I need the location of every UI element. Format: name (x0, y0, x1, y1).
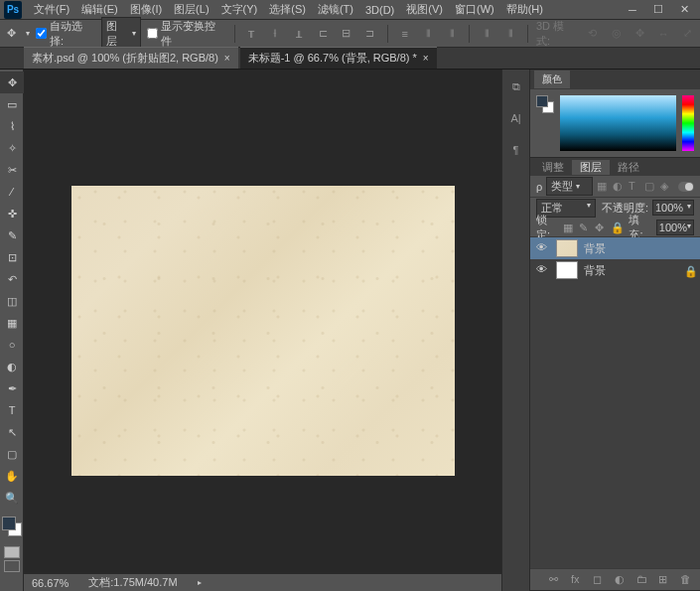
align-hcenter-icon[interactable]: ⊟ (338, 25, 355, 43)
color-swatches[interactable] (0, 515, 24, 538)
auto-select-checkbox[interactable] (36, 28, 47, 39)
delete-layer-icon[interactable]: 🗑 (680, 573, 694, 587)
3d-roll-icon[interactable]: ◎ (608, 25, 626, 43)
show-transform-checkbox[interactable] (147, 28, 158, 39)
minimize-button[interactable]: ─ (627, 4, 638, 16)
brush-tool[interactable]: ✎ (0, 224, 24, 246)
distribute-icon-5[interactable]: ⫴ (501, 25, 519, 43)
layer-row-2[interactable]: 👁 背景 🔒 (530, 259, 700, 281)
new-group-icon[interactable]: 🗀 (636, 573, 650, 587)
filter-type-icon[interactable]: T (629, 180, 642, 194)
layer-thumb-2[interactable] (556, 261, 578, 279)
filter-shape-icon[interactable]: ▢ (644, 180, 658, 194)
rectangle-tool[interactable]: ▢ (0, 443, 24, 465)
gradient-tool[interactable]: ▦ (0, 312, 24, 334)
align-vcenter-icon[interactable]: ⫲ (266, 25, 284, 43)
layer-name-2[interactable]: 背景 (584, 263, 606, 278)
history-panel-icon[interactable]: ⧉ (505, 75, 527, 97)
hue-slider[interactable] (682, 95, 694, 151)
menu-filter[interactable]: 滤镜(T) (312, 2, 359, 17)
menu-type[interactable]: 文字(Y) (215, 2, 264, 17)
menu-view[interactable]: 视图(V) (400, 2, 449, 17)
maximize-button[interactable]: ☐ (652, 4, 664, 16)
layer-filter-select[interactable]: 类型▾ (546, 177, 593, 196)
standard-mode-button[interactable] (4, 546, 20, 558)
filter-smart-icon[interactable]: ◈ (660, 180, 674, 194)
align-top-icon[interactable]: ⫪ (243, 25, 261, 43)
3d-orbit-icon[interactable]: ⟲ (584, 25, 602, 43)
layer-style-icon[interactable]: fx (571, 573, 585, 587)
eraser-tool[interactable]: ◫ (0, 290, 24, 312)
paragraph-panel-icon[interactable]: ¶ (505, 139, 527, 161)
layer-row-1[interactable]: 👁 背景 (530, 237, 700, 259)
lock-transparency-icon[interactable]: ▦ (563, 222, 575, 233)
align-bottom-icon[interactable]: ⫫ (290, 25, 308, 43)
lock-pixels-icon[interactable]: ✎ (579, 222, 591, 233)
menu-layer[interactable]: 图层(L) (168, 2, 214, 17)
blur-tool[interactable]: ○ (0, 334, 24, 356)
filter-adjust-icon[interactable]: ◐ (613, 180, 627, 194)
3d-pan-icon[interactable]: ✥ (630, 25, 648, 43)
menu-help[interactable]: 帮助(H) (500, 2, 549, 17)
status-menu[interactable]: ▸ (198, 578, 202, 587)
history-brush-tool[interactable]: ↶ (0, 268, 24, 290)
fill-input[interactable]: 100%▾ (656, 220, 694, 235)
distribute-icon-2[interactable]: ⦀ (420, 25, 438, 43)
move-tool-icon[interactable]: ✥ (4, 26, 20, 42)
close-tab-1[interactable]: × (224, 53, 230, 64)
lock-position-icon[interactable]: ✥ (595, 222, 607, 233)
visibility-toggle-1[interactable]: 👁 (536, 241, 550, 255)
layer-name-1[interactable]: 背景 (584, 241, 606, 256)
eyedropper-tool[interactable]: ⁄ (0, 181, 24, 203)
close-button[interactable]: ✕ (678, 4, 690, 16)
adjustments-tab[interactable]: 调整 (534, 160, 572, 175)
menu-select[interactable]: 选择(S) (263, 2, 312, 17)
character-panel-icon[interactable]: A| (505, 107, 527, 129)
adjustment-layer-icon[interactable]: ◐ (615, 573, 629, 587)
menu-file[interactable]: 文件(F) (28, 2, 75, 17)
pen-tool[interactable]: ✒ (0, 377, 24, 399)
crop-tool[interactable]: ✂ (0, 159, 24, 181)
lock-all-icon[interactable]: 🔒 (611, 222, 623, 233)
menu-window[interactable]: 窗口(W) (449, 2, 500, 17)
menu-image[interactable]: 图像(I) (124, 2, 168, 17)
marquee-tool[interactable]: ▭ (0, 93, 24, 115)
layers-tab[interactable]: 图层 (572, 160, 610, 175)
filter-pixel-icon[interactable]: ▦ (597, 180, 611, 194)
clone-stamp-tool[interactable]: ⊡ (0, 246, 24, 268)
quickmask-mode-button[interactable] (4, 560, 20, 572)
filter-toggle[interactable] (678, 182, 694, 192)
align-right-icon[interactable]: ⊐ (361, 25, 379, 43)
doc-info[interactable]: 文档:1.75M/40.7M (88, 575, 177, 590)
move-tool[interactable]: ✥ (0, 72, 24, 93)
3d-slide-icon[interactable]: ↔ (654, 25, 672, 43)
foreground-color-swatch[interactable] (2, 517, 16, 530)
color-tab[interactable]: 颜色 (534, 71, 570, 88)
canvas-image[interactable] (71, 186, 455, 476)
path-selection-tool[interactable]: ↖ (0, 421, 24, 443)
doc-tab-1[interactable]: 素材.psd @ 100% (折射贴图2, RGB/8) × (24, 47, 238, 69)
auto-select-target[interactable]: 图层▾ (101, 17, 141, 51)
menu-edit[interactable]: 编辑(E) (75, 2, 124, 17)
color-panel-swatches[interactable] (536, 95, 554, 113)
opacity-input[interactable]: 100%▾ (652, 200, 694, 216)
align-left-icon[interactable]: ⊏ (314, 25, 332, 43)
color-field[interactable] (560, 95, 676, 151)
paths-tab[interactable]: 路径 (610, 160, 647, 175)
magic-wand-tool[interactable]: ✧ (0, 137, 24, 159)
panel-fg-swatch[interactable] (536, 95, 548, 107)
lasso-tool[interactable]: ⌇ (0, 115, 24, 137)
canvas-area[interactable]: 66.67% 文档:1.75M/40.7M ▸ (24, 70, 501, 591)
3d-scale-icon[interactable]: ⤢ (678, 25, 696, 43)
layer-thumb-1[interactable] (556, 239, 578, 257)
close-tab-2[interactable]: × (423, 53, 429, 64)
hand-tool[interactable]: ✋ (0, 465, 24, 487)
layer-mask-icon[interactable]: ◻ (593, 573, 607, 587)
tool-preset-dropdown[interactable]: ▾ (26, 29, 30, 38)
menu-3d[interactable]: 3D(D) (359, 4, 400, 16)
distribute-icon-1[interactable]: ≡ (396, 25, 414, 43)
zoom-tool[interactable]: 🔍 (0, 487, 24, 509)
type-tool[interactable]: T (0, 399, 24, 421)
zoom-level[interactable]: 66.67% (32, 577, 69, 589)
doc-tab-2[interactable]: 未标题-1 @ 66.7% (背景, RGB/8) * × (240, 47, 437, 69)
